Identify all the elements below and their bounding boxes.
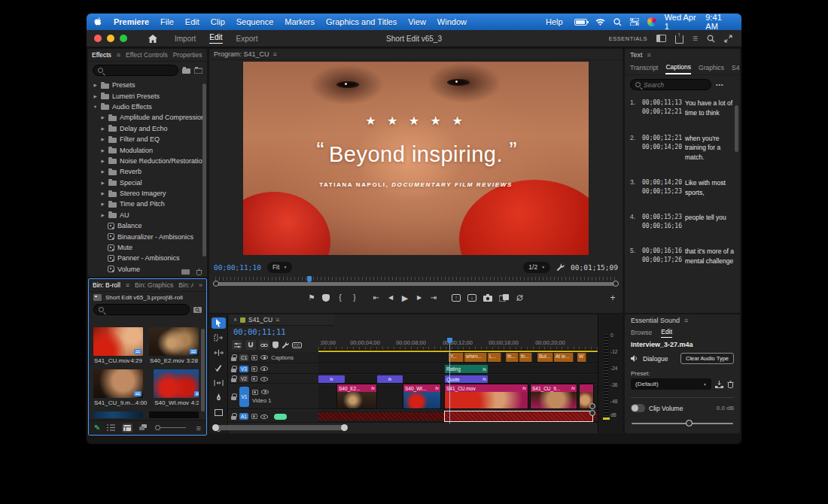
- export-frame-icon[interactable]: [483, 294, 492, 302]
- control-center-icon[interactable]: [630, 18, 639, 26]
- go-to-out-icon[interactable]: ⇥: [430, 294, 437, 302]
- zoom-window-button[interactable]: [120, 35, 127, 42]
- bin-clip[interactable]: S40_WI.mov4:21: [154, 369, 199, 406]
- menubar-item-help[interactable]: Help: [546, 17, 563, 26]
- track-badge[interactable]: V2: [239, 375, 248, 382]
- add-marker-icon[interactable]: ⚑: [308, 294, 315, 302]
- quick-export-icon[interactable]: [675, 35, 683, 44]
- preset-dropdown[interactable]: (Default)▼: [631, 378, 711, 390]
- lock-icon[interactable]: [231, 357, 236, 361]
- bin-breadcrumb[interactable]: Short Edit v65_3.prproj\B-roll: [105, 294, 183, 301]
- caption-text[interactable]: that it's more of a mental challenge: [685, 247, 735, 266]
- track-badge[interactable]: A1: [239, 413, 248, 420]
- panel-menu-icon[interactable]: ≡: [126, 281, 129, 289]
- clip-thumbnail[interactable]: [149, 411, 199, 418]
- lift-icon[interactable]: ↑: [452, 294, 461, 302]
- panel-menu-icon[interactable]: ≡: [273, 50, 277, 58]
- caption-row[interactable]: 5. 00;00;16;1600;00;17;26 that it's more…: [625, 247, 740, 266]
- tab-properties[interactable]: Properties: [173, 51, 202, 59]
- track-output-eye-icon[interactable]: [260, 377, 268, 381]
- proxies-toggle-icon[interactable]: [516, 294, 524, 302]
- effects-tree-item[interactable]: ▶Special: [88, 178, 207, 188]
- list-view-icon[interactable]: [107, 424, 115, 431]
- menubar-item-window[interactable]: Window: [437, 17, 467, 26]
- effects-tree-item[interactable]: Panner - Ambisonics: [88, 253, 207, 263]
- new-preset-bin-icon[interactable]: [182, 67, 190, 74]
- sync-lock-icon[interactable]: [251, 414, 257, 419]
- menubar-item-premiere[interactable]: Premiere: [114, 17, 149, 26]
- tab-effect-controls[interactable]: Effect Controls: [126, 51, 168, 59]
- effects-tree-item[interactable]: ▶Stereo Imagery: [88, 188, 207, 199]
- scrubber-bar[interactable]: [215, 282, 616, 286]
- tab-browse[interactable]: Browse: [631, 329, 652, 336]
- sequence-tab-label[interactable]: S41_CU: [248, 316, 272, 323]
- play-button[interactable]: ▶: [401, 294, 409, 302]
- effects-scrollbar[interactable]: [202, 83, 206, 257]
- track-badge[interactable]: C1: [239, 354, 248, 361]
- video-clip[interactable]: S41_CU_9...fx: [531, 384, 577, 408]
- timeline-settings-icon[interactable]: [232, 340, 242, 350]
- thumbnail-zoom-slider[interactable]: [155, 425, 186, 430]
- effects-tree-item[interactable]: ▶Filter and EQ: [88, 134, 207, 144]
- panel-overflow-icon[interactable]: »: [199, 281, 202, 289]
- effects-tree-item[interactable]: Mute: [88, 242, 207, 253]
- sync-lock-icon[interactable]: [252, 390, 258, 395]
- playback-resolution-dropdown[interactable]: 1/2▼: [523, 262, 550, 273]
- menubar-item-sequence[interactable]: Sequence: [236, 17, 274, 26]
- linked-selection-icon[interactable]: [259, 340, 269, 350]
- slider-track[interactable]: [632, 423, 733, 424]
- chevron-icon[interactable]: ▶: [100, 202, 105, 206]
- timeline-playhead-head[interactable]: [447, 338, 452, 343]
- effects-tree-item[interactable]: ▶Time and Pitch: [88, 199, 207, 209]
- tab-graphics[interactable]: Graphics: [699, 64, 724, 71]
- panel-menu-icon[interactable]: ≡: [275, 316, 279, 323]
- siri-icon[interactable]: [647, 17, 656, 26]
- caption-row[interactable]: 3. 00;00;14;2000;00;15;23 Like with most…: [625, 178, 740, 198]
- battery-icon[interactable]: [574, 19, 588, 26]
- program-panel-title[interactable]: Program: S41_CU: [214, 50, 269, 58]
- apple-logo-icon[interactable]: [94, 17, 102, 27]
- lock-icon[interactable]: [231, 369, 236, 372]
- scrubber-handle-right[interactable]: [613, 281, 619, 287]
- close-sequence-icon[interactable]: ×: [233, 316, 237, 323]
- caption-clip[interactable]: Y...: [449, 353, 464, 362]
- caption-clip[interactable]: when...: [464, 353, 487, 362]
- sync-lock-icon[interactable]: [251, 376, 257, 381]
- caption-clip[interactable]: At le...: [554, 353, 574, 362]
- menubar-item-clip[interactable]: Clip: [211, 17, 225, 26]
- extract-icon[interactable]: ↓: [467, 294, 476, 302]
- spotlight-search-icon[interactable]: [613, 18, 622, 26]
- sync-lock-icon[interactable]: [251, 355, 257, 360]
- bin-clip[interactable]: S41_CU.mov4:29: [93, 327, 143, 364]
- effects-tree-item[interactable]: ▶AU: [88, 210, 207, 220]
- home-icon[interactable]: [148, 35, 157, 43]
- timeline-wrench-icon[interactable]: [282, 342, 289, 349]
- chevron-icon[interactable]: ▶: [100, 159, 105, 163]
- effects-tree-item[interactable]: Balance: [88, 220, 207, 231]
- caption-row[interactable]: 1. 00;00;11;1300;00;12;21 You have a lot…: [625, 99, 740, 118]
- zoom-fit-dropdown[interactable]: Fit▼: [267, 262, 292, 273]
- effects-search-input[interactable]: [93, 65, 178, 76]
- track-select-forward-tool[interactable]: [212, 332, 226, 344]
- snap-magnet-icon[interactable]: [245, 340, 256, 350]
- chevron-icon[interactable]: ▶: [100, 191, 105, 196]
- mute-icon[interactable]: [260, 414, 268, 419]
- chevron-icon[interactable]: ▼: [93, 105, 98, 109]
- caption-row[interactable]: 4. 00;00;15;2300;00;16;16 people tell yo…: [625, 213, 740, 231]
- audio-clip-selected[interactable]: [444, 411, 593, 422]
- step-forward-icon[interactable]: ▶: [416, 294, 423, 302]
- settings-wrench-icon[interactable]: [556, 263, 565, 272]
- find-in-bin-icon[interactable]: [193, 306, 202, 313]
- captions-visibility-icon[interactable]: CC: [292, 342, 302, 348]
- minimize-window-button[interactable]: [107, 35, 114, 42]
- tab-edit[interactable]: Edit: [209, 33, 222, 44]
- panel-menu-icon[interactable]: ≡: [647, 51, 651, 59]
- scrubber-handle-left[interactable]: [213, 281, 219, 287]
- panel-menu-icon[interactable]: ≡: [684, 317, 688, 324]
- thumbnail-view-icon[interactable]: [122, 424, 132, 433]
- timeline-ruler[interactable]: ;00;00 00;00;04;00 00;00;08;00 00;00;12;…: [318, 338, 598, 351]
- menubar-item-graphics[interactable]: Graphics and Titles: [326, 17, 397, 26]
- workspaces-menu-icon[interactable]: ≡: [693, 33, 698, 44]
- captions-scrollbar[interactable]: [735, 105, 738, 152]
- track-output-eye-icon[interactable]: [260, 355, 268, 360]
